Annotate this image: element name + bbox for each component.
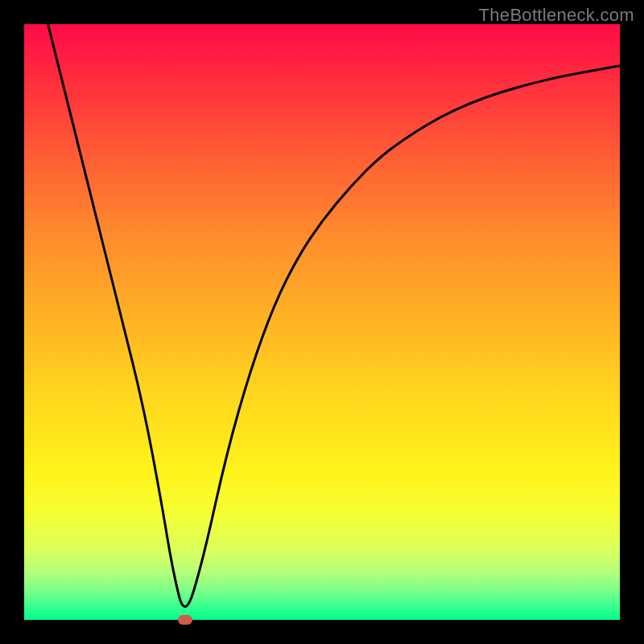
curve-path <box>48 24 620 607</box>
bottleneck-curve <box>24 24 620 620</box>
plot-area <box>24 24 620 620</box>
watermark-text: TheBottleneck.com <box>479 5 634 26</box>
chart-frame: TheBottleneck.com <box>0 0 644 644</box>
optimum-marker <box>178 615 192 625</box>
